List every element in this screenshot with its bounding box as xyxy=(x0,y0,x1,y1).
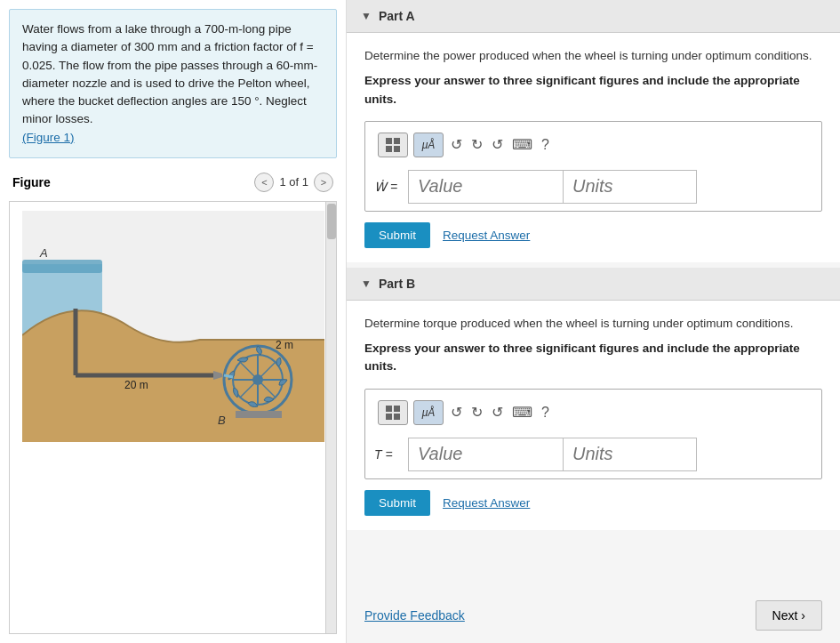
svg-rect-22 xyxy=(394,146,400,152)
figure-counter: 1 of 1 xyxy=(279,175,308,189)
part-a-collapse-icon: ▼ xyxy=(361,10,372,22)
part-a-input-row: Ẇ = xyxy=(374,170,812,204)
figure-prev-button[interactable]: < xyxy=(254,173,274,192)
svg-rect-19 xyxy=(386,138,392,144)
part-b-greek-button[interactable]: μÅ xyxy=(413,400,444,425)
part-b-action-row: Submit Request Answer xyxy=(364,490,822,516)
part-b-header[interactable]: ▼ Part B xyxy=(347,268,840,301)
part-a-greek-label: μÅ xyxy=(422,139,436,151)
part-b-reset-button[interactable]: ↺ xyxy=(490,404,505,421)
figure-nav: < 1 of 1 > xyxy=(254,173,333,192)
part-a-grid-button[interactable] xyxy=(378,133,408,157)
part-b-input-box: μÅ ↺ ↻ ↺ ⌨ ? T = xyxy=(364,389,822,479)
part-a-action-row: Submit Request Answer xyxy=(364,222,822,248)
figure-scrollbar[interactable] xyxy=(325,202,336,633)
part-b-content: Determine torque produced when the wheel… xyxy=(347,301,840,530)
svg-rect-23 xyxy=(386,406,392,412)
part-b-redo-button[interactable]: ↻ xyxy=(469,404,484,421)
figure-header: Figure < 1 of 1 > xyxy=(9,167,337,197)
part-a-content: Determine the power produced when the wh… xyxy=(347,33,840,262)
part-a-input-box: μÅ ↺ ↻ ↺ ⌨ ? Ẇ = xyxy=(364,121,822,212)
footer: Provide Feedback Next › xyxy=(347,588,840,643)
part-a-title: Part A xyxy=(379,9,415,23)
svg-line-16 xyxy=(224,375,233,377)
part-b-input-row: T = xyxy=(374,438,812,471)
part-b-submit-button[interactable]: Submit xyxy=(364,490,430,516)
figure-section: Figure < 1 of 1 > A xyxy=(9,167,337,634)
svg-text:20 m: 20 m xyxy=(124,379,148,391)
part-a-toolbar: μÅ ↺ ↻ ↺ ⌨ ? xyxy=(374,129,812,161)
svg-rect-24 xyxy=(394,406,400,412)
svg-rect-17 xyxy=(236,411,282,418)
svg-text:B: B xyxy=(218,414,226,427)
part-b-description: Determine torque produced when the wheel… xyxy=(364,315,822,333)
svg-rect-20 xyxy=(394,138,400,144)
svg-rect-2 xyxy=(22,260,102,273)
next-arrow-icon: › xyxy=(801,608,805,623)
svg-rect-26 xyxy=(394,414,400,420)
part-a-submit-button[interactable]: Submit xyxy=(364,222,430,248)
figure-title: Figure xyxy=(12,175,51,189)
part-b-grid-button[interactable] xyxy=(378,400,408,425)
part-a-units-input[interactable] xyxy=(564,170,697,204)
left-panel: Water flows from a lake through a 700-m-… xyxy=(0,0,347,643)
part-b-section: ▼ Part B Determine torque produced when … xyxy=(347,268,840,530)
part-b-keyboard-button[interactable]: ⌨ xyxy=(510,404,534,421)
part-b-title: Part B xyxy=(379,277,415,291)
svg-text:2 m: 2 m xyxy=(276,339,293,351)
part-a-greek-button[interactable]: μÅ xyxy=(413,133,444,157)
part-b-help-button[interactable]: ? xyxy=(540,405,551,421)
figure-link[interactable]: (Figure 1) xyxy=(22,131,75,144)
part-b-request-answer-button[interactable]: Request Answer xyxy=(443,496,530,510)
scrollbar-thumb xyxy=(327,204,336,239)
svg-rect-21 xyxy=(386,146,392,152)
part-b-greek-label: μÅ xyxy=(422,406,436,419)
part-b-units-input[interactable] xyxy=(564,438,697,471)
part-a-keyboard-button[interactable]: ⌨ xyxy=(510,136,534,153)
part-a-header[interactable]: ▼ Part A xyxy=(347,0,840,33)
part-a-instruction: Express your answer to three significant… xyxy=(364,72,822,109)
part-a-help-button[interactable]: ? xyxy=(540,137,551,153)
part-b-toolbar: μÅ ↺ ↻ ↺ ⌨ ? xyxy=(374,397,812,429)
next-button[interactable]: Next › xyxy=(756,600,822,631)
part-a-value-input[interactable] xyxy=(408,170,564,204)
part-b-undo-button[interactable]: ↺ xyxy=(449,404,464,421)
part-a-variable-label: Ẇ = xyxy=(374,180,401,194)
problem-text: Water flows from a lake through a 700-m-… xyxy=(9,9,337,158)
part-a-undo-button[interactable]: ↺ xyxy=(449,136,464,153)
part-a-reset-button[interactable]: ↺ xyxy=(490,136,505,153)
figure-image: A 20 m 2 m xyxy=(9,201,337,634)
part-a-section: ▼ Part A Determine the power produced wh… xyxy=(347,0,840,262)
part-a-description: Determine the power produced when the wh… xyxy=(364,47,822,65)
next-label: Next xyxy=(772,608,798,623)
provide-feedback-button[interactable]: Provide Feedback xyxy=(364,608,465,623)
svg-rect-25 xyxy=(386,414,392,420)
part-b-collapse-icon: ▼ xyxy=(361,277,372,290)
figure-illustration: A 20 m 2 m xyxy=(22,211,324,442)
part-a-request-answer-button[interactable]: Request Answer xyxy=(443,229,530,242)
svg-text:A: A xyxy=(39,246,48,260)
part-b-variable-label: T = xyxy=(374,447,401,462)
right-panel: ▼ Part A Determine the power produced wh… xyxy=(347,0,840,643)
problem-description: Water flows from a lake through a 700-m-… xyxy=(22,22,317,125)
figure-next-button[interactable]: > xyxy=(314,173,333,192)
part-a-redo-button[interactable]: ↻ xyxy=(469,136,484,153)
part-b-value-input[interactable] xyxy=(408,438,564,471)
part-b-instruction: Express your answer to three significant… xyxy=(364,340,822,376)
